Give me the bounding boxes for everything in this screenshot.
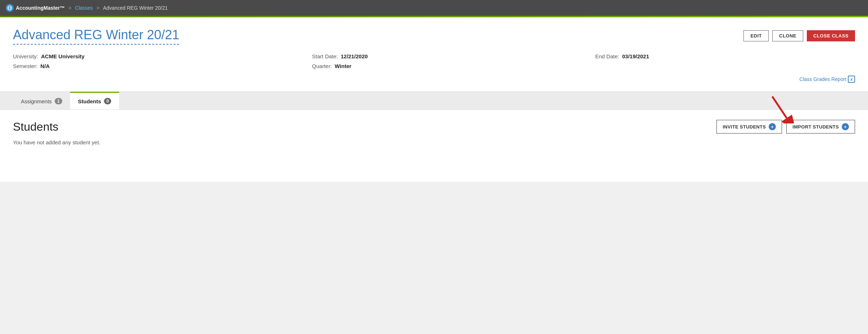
start-date-value: 12/21/2020	[341, 53, 368, 59]
students-empty-message: You have not added any student yet.	[13, 139, 855, 145]
globe-icon	[6, 4, 14, 12]
class-info-panel: Advanced REG Winter 20/21 EDIT CLONE CLO…	[0, 17, 868, 92]
separator-1: >	[68, 5, 71, 11]
import-students-label: IMPORT STUDENTS	[792, 124, 839, 130]
end-date-row: End Date: 03/19/2021	[595, 53, 855, 59]
students-actions: INVITE STUDENTS + IMPORT STUDENTS +	[716, 120, 855, 134]
students-title: Students	[13, 120, 58, 134]
semester-row: Semester: N/A	[13, 63, 290, 69]
invite-plus-icon: +	[769, 123, 776, 130]
students-header: Students INVITE STUDENTS + IMPORT STUDEN…	[13, 120, 855, 134]
end-date-label: End Date:	[595, 53, 619, 59]
semester-value: N/A	[40, 63, 50, 69]
current-page-breadcrumb: Advanced REG Winter 20/21	[103, 5, 168, 11]
import-students-button[interactable]: IMPORT STUDENTS +	[786, 120, 855, 134]
end-date-value: 03/19/2021	[622, 53, 649, 59]
class-details: University: ACME University Start Date: …	[13, 53, 855, 69]
tab-assignments-badge: 1	[55, 98, 62, 104]
quarter-value: Winter	[335, 63, 352, 69]
tab-assignments-label: Assignments	[21, 98, 52, 104]
students-panel: Students INVITE STUDENTS + IMPORT STUDEN…	[0, 110, 868, 182]
edit-button[interactable]: EDIT	[743, 30, 769, 41]
close-class-button[interactable]: CLOSE CLASS	[807, 30, 855, 41]
clone-button[interactable]: CLONE	[772, 30, 803, 41]
header-buttons: EDIT CLONE CLOSE CLASS	[743, 30, 855, 41]
class-title: Advanced REG Winter 20/21	[13, 27, 179, 45]
topbar: AccountingMaster™ > Classes > Advanced R…	[0, 0, 868, 16]
university-value: ACME University	[41, 53, 85, 59]
university-label: University:	[13, 53, 38, 59]
quarter-row: Quarter: Winter	[312, 63, 574, 69]
class-header: Advanced REG Winter 20/21 EDIT CLONE CLO…	[13, 27, 855, 52]
tab-students-badge: 0	[104, 98, 112, 104]
import-plus-icon: +	[842, 123, 849, 130]
spacer	[595, 63, 855, 69]
classes-link[interactable]: Classes	[75, 5, 93, 11]
tab-assignments[interactable]: Assignments 1	[13, 93, 70, 109]
class-grades-report-link[interactable]: Class Grades Report x	[799, 76, 855, 83]
quarter-label: Quarter:	[312, 63, 332, 69]
students-actions-wrapper: INVITE STUDENTS + IMPORT STUDENTS +	[716, 120, 855, 134]
grades-report-row: Class Grades Report x	[13, 76, 855, 83]
separator-2: >	[96, 5, 99, 11]
university-row: University: ACME University	[13, 53, 290, 59]
tab-students-label: Students	[78, 98, 101, 104]
start-date-label: Start Date:	[312, 53, 338, 59]
grades-report-text: Class Grades Report	[799, 76, 846, 82]
brand-name: AccountingMaster™	[16, 5, 65, 11]
tab-students[interactable]: Students 0	[70, 92, 119, 109]
excel-icon: x	[848, 76, 855, 83]
start-date-row: Start Date: 12/21/2020	[312, 53, 574, 59]
invite-students-button[interactable]: INVITE STUDENTS +	[716, 120, 782, 134]
invite-students-label: INVITE STUDENTS	[723, 124, 766, 130]
class-title-section: Advanced REG Winter 20/21	[13, 27, 179, 52]
semester-label: Semester:	[13, 63, 37, 69]
tabs-section: Assignments 1 Students 0	[0, 92, 868, 110]
